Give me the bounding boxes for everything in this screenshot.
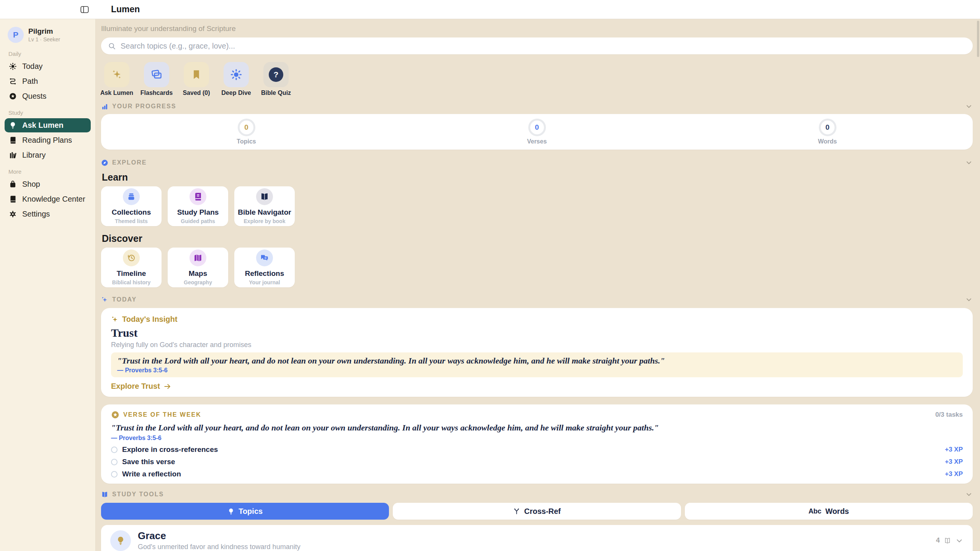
sidebar-item-library[interactable]: Library [5, 148, 91, 162]
verse-reference[interactable]: — Proverbs 3:5-6 [117, 367, 957, 374]
task-checkbox[interactable] [111, 471, 118, 478]
stat-label: Words [818, 138, 837, 145]
quick-action-saved[interactable]: Saved (0) [181, 62, 212, 96]
quick-action-label: Ask Lumen [100, 90, 133, 96]
section-label: TODAY [112, 296, 137, 303]
quick-action-flashcards[interactable]: Flashcards [141, 62, 172, 96]
chevron-down-icon[interactable] [955, 536, 964, 545]
stat-topics: 0 Topics [101, 118, 392, 146]
progress-card: 0 Topics 0 Verses 0 Words [101, 114, 973, 150]
tab-topics[interactable]: Topics [101, 503, 389, 520]
sidebar-item-settings[interactable]: Settings [5, 207, 91, 221]
card-reflections[interactable]: Reflections Your journal [234, 248, 295, 287]
card-subtitle: Explore by book [244, 218, 286, 224]
tab-words[interactable]: Abc Words [685, 503, 973, 520]
main-content: Illuminate your understanding of Scriptu… [96, 0, 980, 551]
quick-actions: Ask Lumen Flashcards Saved (0) Deep Dive… [101, 62, 973, 96]
task-checkbox[interactable] [111, 459, 118, 465]
card-subtitle: Biblical history [112, 279, 150, 285]
sidebar-item-label: Knowledge Center [22, 195, 85, 204]
nav-section-study: Study [8, 109, 87, 116]
sparkles-icon [104, 62, 129, 87]
sidebar-item-quests[interactable]: Quests [5, 89, 91, 103]
history-clock-icon [123, 249, 140, 266]
quests-star-icon [9, 92, 17, 100]
quick-action-label: Deep Dive [221, 90, 251, 96]
card-title: Bible Navigator [238, 208, 291, 217]
card-title: Collections [112, 208, 151, 217]
verse-count: 4 [936, 536, 940, 544]
flashcards-icon [144, 62, 169, 87]
task-label: Write a reflection [122, 470, 181, 478]
group-heading-discover: Discover [102, 233, 973, 244]
insight-description: Relying fully on God's character and pro… [111, 341, 963, 349]
nav-section-more: More [8, 168, 87, 175]
chevron-down-icon[interactable] [965, 491, 973, 498]
sidebar-item-path[interactable]: Path [5, 74, 91, 88]
chevron-down-icon[interactable] [965, 103, 973, 110]
card-collections[interactable]: Collections Themed lists [101, 186, 162, 226]
branch-icon [513, 508, 520, 515]
chat-bubbles-icon [256, 249, 273, 266]
avatar: P [8, 27, 24, 43]
task-label: Save this verse [122, 458, 175, 466]
verse-of-week-card: VERSE OF THE WEEK 0/3 tasks "Trust in th… [101, 404, 973, 484]
stat-verses: 0 Verses [392, 118, 682, 146]
insight-quote-block: "Trust in the Lord with all your heart, … [111, 352, 963, 377]
quick-action-ask-lumen[interactable]: Ask Lumen [101, 62, 132, 96]
tab-cross-ref[interactable]: Cross-Ref [393, 503, 681, 520]
topic-row-grace[interactable]: Grace God's unmerited favor and kindness… [101, 525, 973, 551]
sidebar-toggle-icon[interactable] [80, 5, 90, 15]
scrollbar[interactable] [977, 21, 979, 57]
book-icon [9, 136, 17, 144]
stat-value: 0 [819, 119, 836, 136]
task-xp-badge: +3 XP [945, 458, 963, 466]
open-book-icon [256, 188, 273, 205]
card-timeline[interactable]: Timeline Biblical history [101, 248, 162, 287]
library-icon [9, 151, 17, 159]
book-icon [9, 195, 17, 203]
compass-icon [101, 159, 108, 166]
arrow-right-icon [163, 383, 171, 390]
bulb-icon [9, 121, 17, 129]
sidebar-item-shop[interactable]: Shop [5, 177, 91, 191]
study-plans-icon [189, 188, 206, 205]
chevron-down-icon[interactable] [965, 159, 973, 166]
user-profile[interactable]: P Pilgrim Lv 1 · Seeker [8, 27, 88, 43]
group-heading-learn: Learn [102, 172, 973, 183]
section-today: TODAY [101, 296, 973, 303]
card-bible-navigator[interactable]: Bible Navigator Explore by book [234, 186, 295, 226]
section-your-progress: YOUR PROGRESS [101, 103, 973, 110]
nav-section-daily: Daily [8, 51, 87, 57]
search-input[interactable] [121, 42, 966, 51]
quick-action-bible-quiz[interactable]: ? Bible Quiz [260, 62, 292, 96]
card-study-plans[interactable]: Study Plans Guided paths [168, 186, 228, 226]
topic-subtitle: God's unmerited favor and kindness towar… [138, 543, 301, 551]
task-xp-badge: +3 XP [945, 446, 963, 453]
tab-label: Words [825, 507, 849, 516]
chevron-down-icon[interactable] [965, 296, 973, 303]
verse-reference[interactable]: — Proverbs 3:5-6 [111, 435, 963, 442]
card-maps[interactable]: Maps Geography [168, 248, 228, 287]
card-title: Maps [189, 269, 207, 278]
titlebar-sidebar-zone [0, 5, 96, 15]
insight-title: Trust [111, 327, 963, 339]
sidebar-item-knowledge-center[interactable]: Knowledge Center [5, 192, 91, 206]
sidebar-item-today[interactable]: Today [5, 59, 91, 73]
task-label: Explore in cross-references [122, 445, 218, 454]
card-subtitle: Guided paths [181, 218, 215, 224]
sidebar-item-label: Ask Lumen [22, 121, 64, 130]
explore-trust-link[interactable]: Explore Trust [111, 382, 171, 391]
task-checkbox[interactable] [111, 447, 118, 453]
bookmark-icon [184, 62, 209, 87]
open-book-outline-icon [944, 537, 951, 544]
sparkle-icon [101, 296, 108, 303]
stat-value: 0 [528, 119, 546, 136]
sidebar-item-label: Library [22, 151, 46, 160]
quick-action-deep-dive[interactable]: Deep Dive [220, 62, 252, 96]
section-study-tools: STUDY TOOLS [101, 491, 973, 498]
verse-quote: "Trust in the Lord with all your heart, … [117, 356, 957, 365]
sidebar-item-ask-lumen[interactable]: Ask Lumen [5, 118, 91, 132]
sidebar-item-reading-plans[interactable]: Reading Plans [5, 133, 91, 147]
titlebar: Lumen [0, 0, 980, 19]
